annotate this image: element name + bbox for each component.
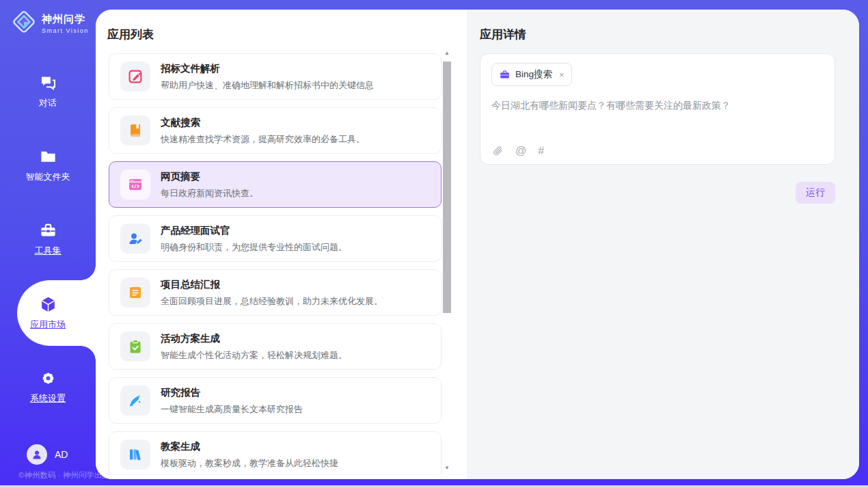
clipboard-check-icon xyxy=(120,331,150,362)
user-row[interactable]: AD xyxy=(27,444,68,465)
app-name: 研究报告 xyxy=(161,386,303,399)
app-desc: 明确身份和职责，为您提供专业性的面试问题。 xyxy=(161,241,347,254)
app-list-title: 应用列表 xyxy=(107,27,154,42)
main-content: 应用列表 招标文件解析帮助用户快速、准确地理解和解析招标书中的关键信息文献搜索快… xyxy=(96,10,859,479)
app-logo: 神州问学 Smart Vision xyxy=(11,9,89,38)
app-card-list: 招标文件解析帮助用户快速、准确地理解和解析招标书中的关键信息文献搜索快速精准查找… xyxy=(109,53,442,474)
chat-icon xyxy=(39,74,57,92)
toolbox-icon xyxy=(39,221,57,240)
sidebar-item-label: 对话 xyxy=(39,97,57,109)
folder-icon xyxy=(39,148,57,166)
scroll-up-icon[interactable]: ▲ xyxy=(443,49,451,57)
mention-icon[interactable]: @ xyxy=(515,146,526,157)
app-card[interactable]: 教案生成模板驱动，教案秒成，教学准备从此轻松快捷 xyxy=(109,431,442,474)
run-button[interactable]: 运行 xyxy=(796,182,835,204)
scrollbar[interactable]: ▲ ▼ xyxy=(443,56,451,463)
app-name: 文献搜索 xyxy=(161,116,365,129)
brand-name: 神州问学 xyxy=(42,13,89,26)
sidebar: 神州问学 Smart Vision 对话智能文件夹工具集应用市场系统设置 AD … xyxy=(0,0,96,488)
sidebar-item-chat[interactable]: 对话 xyxy=(0,55,96,128)
gear-icon xyxy=(39,369,57,388)
app-name: 产品经理面试官 xyxy=(161,224,347,237)
app-desc: 智能生成个性化活动方案，轻松解决规划难题。 xyxy=(161,349,347,362)
paperclip-icon[interactable] xyxy=(492,145,504,157)
chip-close-icon[interactable]: × xyxy=(559,70,565,80)
input-toolbar: @ # xyxy=(492,145,544,157)
avatar xyxy=(27,444,47,465)
app-card[interactable]: 招标文件解析帮助用户快速、准确地理解和解析招标书中的关键信息 xyxy=(109,53,442,100)
app-list-panel: 应用列表 招标文件解析帮助用户快速、准确地理解和解析招标书中的关键信息文献搜索快… xyxy=(96,10,467,479)
book-icon xyxy=(120,116,150,146)
app-name: 网页摘要 xyxy=(161,170,258,183)
report-doc-icon xyxy=(120,277,150,308)
app-name: 教案生成 xyxy=(161,440,338,453)
brand-tagline: Smart Vision xyxy=(42,27,89,34)
app-card[interactable]: 研究报告一键智能生成高质量长文本研究报告 xyxy=(109,377,442,424)
query-input-card[interactable]: Bing搜索 × 今日湖北有哪些新闻要点？有哪些需要关注的最新政策？ @ # xyxy=(480,53,835,165)
app-detail-title: 应用详情 xyxy=(480,27,835,42)
tool-chip-bing-search[interactable]: Bing搜索 × xyxy=(491,63,572,86)
sidebar-item-label: 系统设置 xyxy=(30,392,66,405)
person-icon xyxy=(31,448,43,461)
window-bottom-edge xyxy=(0,485,868,488)
app-card[interactable]: 产品经理面试官明确身份和职责，为您提供专业性的面试问题。 xyxy=(109,215,442,262)
brand-diamond-icon xyxy=(11,9,37,38)
sidebar-item-cube[interactable]: 应用市场 xyxy=(0,276,96,350)
sidebar-nav: 对话智能文件夹工具集应用市场系统设置 xyxy=(0,55,96,424)
sidebar-item-label: 应用市场 xyxy=(30,318,66,331)
briefcase-icon xyxy=(499,69,511,81)
app-desc: 一键智能生成高质量长文本研究报告 xyxy=(161,403,303,416)
scroll-down-icon[interactable]: ▼ xyxy=(443,464,451,472)
app-name: 招标文件解析 xyxy=(161,62,374,75)
app-desc: 每日政府新闻资讯快查。 xyxy=(161,187,258,200)
app-name: 活动方案生成 xyxy=(161,332,347,345)
app-card[interactable]: 项目总结汇报全面回顾项目进展，总结经验教训，助力未来优化发展。 xyxy=(109,269,442,316)
app-desc: 帮助用户快速、准确地理解和解析招标书中的关键信息 xyxy=(161,79,374,92)
books-icon xyxy=(120,439,150,470)
app-card[interactable]: 活动方案生成智能生成个性化活动方案，轻松解决规划难题。 xyxy=(109,323,442,370)
interviewer-icon xyxy=(120,223,150,254)
query-text[interactable]: 今日湖北有哪些新闻要点？有哪些需要关注的最新政策？ xyxy=(491,100,824,112)
hash-icon[interactable]: # xyxy=(538,146,544,157)
user-name: AD xyxy=(55,449,68,460)
app-desc: 快速精准查找学术资源，提高研究效率的必备工具。 xyxy=(161,133,365,146)
run-row: 运行 xyxy=(480,182,835,204)
tool-chip-label: Bing搜索 xyxy=(515,68,552,81)
app-desc: 全面回顾项目进展，总结经验教训，助力未来优化发展。 xyxy=(161,295,383,308)
app-desc: 模板驱动，教案秒成，教学准备从此轻松快捷 xyxy=(161,457,338,470)
app-detail-panel: 应用详情 Bing搜索 × 今日湖北有哪些新闻要点？有哪些需要关注的最新政策？ xyxy=(467,10,859,479)
copyright-text: ©神州数码 · 神州问学出品 xyxy=(18,470,110,480)
webpage-icon xyxy=(120,170,150,200)
scrollbar-thumb[interactable] xyxy=(443,62,451,313)
sidebar-item-gear[interactable]: 系统设置 xyxy=(0,350,96,424)
app-name: 项目总结汇报 xyxy=(161,278,383,291)
sidebar-item-folder[interactable]: 智能文件夹 xyxy=(0,128,96,202)
cube-icon xyxy=(39,295,57,314)
edit-doc-icon xyxy=(120,62,150,92)
sidebar-item-label: 智能文件夹 xyxy=(26,171,70,183)
pen-ink-icon xyxy=(120,385,150,416)
app-card[interactable]: 网页摘要每日政府新闻资讯快查。 xyxy=(109,161,442,208)
app-card[interactable]: 文献搜索快速精准查找学术资源，提高研究效率的必备工具。 xyxy=(109,107,442,154)
sidebar-item-label: 工具集 xyxy=(35,245,62,257)
